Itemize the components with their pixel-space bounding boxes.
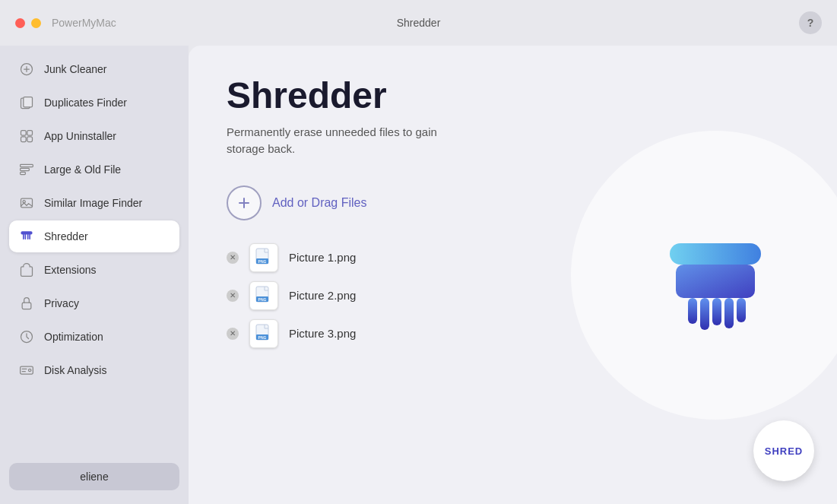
plus-icon bbox=[236, 195, 252, 211]
disk-icon bbox=[18, 362, 35, 379]
sidebar-item-label: Shredder bbox=[44, 230, 88, 242]
decoration-area bbox=[571, 131, 837, 420]
page-description: Permanently erase unneeded files to gain… bbox=[227, 124, 439, 158]
svg-text:PNG: PNG bbox=[258, 297, 267, 302]
duplicates-icon bbox=[18, 94, 35, 111]
file-remove-button[interactable]: ✕ bbox=[227, 290, 239, 302]
svg-rect-28 bbox=[688, 298, 697, 324]
sidebar-item-label: Optimization bbox=[44, 331, 103, 343]
file-icon: PNG bbox=[249, 281, 278, 310]
sidebar-item-label: Disk Analysis bbox=[44, 364, 106, 376]
file-name: Picture 3.png bbox=[289, 327, 356, 340]
svg-rect-12 bbox=[21, 231, 33, 234]
shredder-illustration bbox=[655, 214, 776, 336]
sidebar-footer: eliene bbox=[9, 457, 179, 496]
shred-button[interactable]: SHRED bbox=[753, 420, 814, 481]
privacy-icon bbox=[18, 295, 35, 312]
traffic-lights bbox=[15, 18, 41, 28]
sidebar-item-label: Privacy bbox=[44, 297, 79, 309]
content-area: Shredder Permanently erase unneeded file… bbox=[189, 46, 837, 504]
svg-rect-3 bbox=[21, 131, 27, 136]
add-files-button[interactable]: Add or Drag Files bbox=[227, 185, 367, 220]
large-icon bbox=[18, 161, 35, 178]
svg-point-16 bbox=[29, 369, 31, 371]
sidebar-item-app-uninstaller[interactable]: App Uninstaller bbox=[9, 120, 179, 152]
sidebar: Junk Cleaner Duplicates Finder bbox=[0, 46, 189, 504]
svg-rect-30 bbox=[712, 298, 721, 325]
sidebar-item-shredder[interactable]: Shredder bbox=[9, 220, 179, 252]
minimize-button[interactable] bbox=[31, 18, 41, 28]
shredder-nav-icon bbox=[18, 228, 35, 245]
app-icon bbox=[18, 128, 35, 144]
sidebar-item-extensions[interactable]: Extensions bbox=[9, 254, 179, 286]
help-button[interactable]: ? bbox=[799, 11, 822, 34]
titlebar-right: ? bbox=[799, 11, 822, 34]
image-icon bbox=[18, 195, 35, 211]
sidebar-item-label: Similar Image Finder bbox=[44, 197, 142, 209]
svg-rect-5 bbox=[21, 137, 27, 142]
app-name: PowerMyMac bbox=[52, 17, 116, 29]
sidebar-items: Junk Cleaner Duplicates Finder bbox=[9, 53, 179, 457]
svg-rect-13 bbox=[22, 303, 31, 309]
file-icon: PNG bbox=[249, 319, 278, 348]
svg-rect-6 bbox=[27, 137, 33, 142]
svg-rect-9 bbox=[21, 172, 26, 174]
sidebar-item-junk-cleaner[interactable]: Junk Cleaner bbox=[9, 53, 179, 85]
add-files-label: Add or Drag Files bbox=[272, 196, 367, 210]
svg-rect-32 bbox=[737, 298, 746, 322]
titlebar-title: Shredder bbox=[397, 17, 441, 29]
add-files-circle bbox=[227, 185, 262, 220]
sidebar-item-disk-analysis[interactable]: Disk Analysis bbox=[9, 354, 179, 386]
sidebar-item-label: App Uninstaller bbox=[44, 130, 116, 142]
user-button[interactable]: eliene bbox=[9, 463, 179, 490]
file-name: Picture 2.png bbox=[289, 289, 356, 302]
svg-rect-2 bbox=[24, 97, 33, 107]
svg-rect-31 bbox=[724, 298, 734, 328]
svg-rect-7 bbox=[21, 164, 33, 166]
svg-text:PNG: PNG bbox=[258, 259, 267, 264]
sidebar-item-label: Large & Old File bbox=[44, 163, 121, 176]
svg-text:PNG: PNG bbox=[258, 335, 267, 340]
close-button[interactable] bbox=[15, 18, 25, 28]
optimization-icon bbox=[18, 328, 35, 345]
main-layout: Junk Cleaner Duplicates Finder bbox=[0, 46, 837, 504]
sidebar-item-privacy[interactable]: Privacy bbox=[9, 287, 179, 319]
page-title: Shredder bbox=[227, 76, 799, 116]
sidebar-item-label: Duplicates Finder bbox=[44, 97, 127, 109]
svg-rect-4 bbox=[27, 131, 33, 136]
svg-rect-8 bbox=[21, 168, 30, 170]
extensions-icon bbox=[18, 262, 35, 278]
junk-icon bbox=[18, 61, 35, 78]
file-name: Picture 1.png bbox=[289, 251, 356, 264]
svg-rect-29 bbox=[700, 298, 709, 330]
titlebar: PowerMyMac Shredder ? bbox=[0, 0, 837, 46]
file-icon: PNG bbox=[249, 243, 278, 272]
sidebar-item-large-old-file[interactable]: Large & Old File bbox=[9, 154, 179, 185]
file-remove-button[interactable]: ✕ bbox=[227, 252, 239, 264]
deco-circle bbox=[571, 131, 837, 420]
svg-rect-27 bbox=[676, 265, 755, 298]
sidebar-item-duplicates-finder[interactable]: Duplicates Finder bbox=[9, 87, 179, 119]
sidebar-item-label: Extensions bbox=[44, 264, 96, 276]
sidebar-item-label: Junk Cleaner bbox=[44, 63, 107, 75]
file-remove-button[interactable]: ✕ bbox=[227, 328, 239, 340]
svg-rect-26 bbox=[670, 243, 761, 265]
sidebar-item-similar-image-finder[interactable]: Similar Image Finder bbox=[9, 187, 179, 219]
sidebar-item-optimization[interactable]: Optimization bbox=[9, 321, 179, 353]
